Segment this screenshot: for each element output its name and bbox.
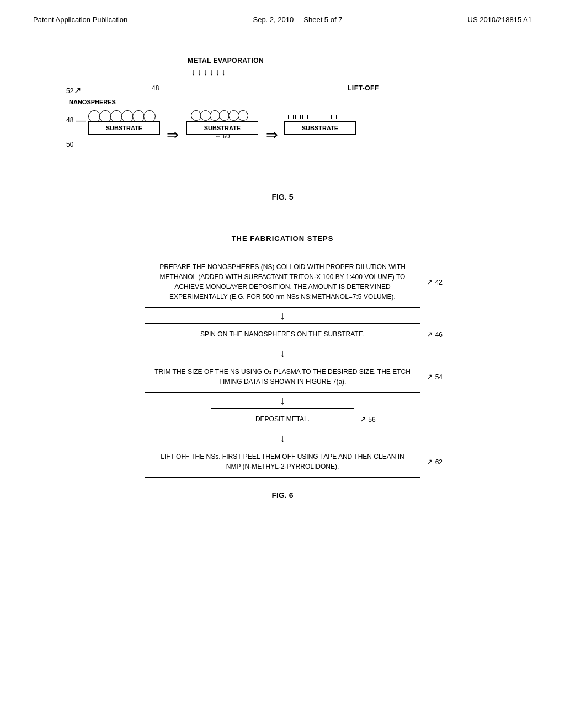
nanospheres-circles-step2 xyxy=(191,110,247,121)
flowchart-box-46: SPIN ON THE NANOSPHERES ON THE SUBSTRATE… xyxy=(145,323,420,345)
flowchart-step-56-wrapper: DEPOSIT METAL. ↗ 56 xyxy=(111,408,454,430)
header-patent-number: US 2010/218815 A1 xyxy=(468,15,532,24)
nanoparticles-row xyxy=(288,115,337,119)
flowchart-label-56: ↗ 56 xyxy=(360,415,376,424)
page-header: Patent Application Publication Sep. 2, 2… xyxy=(0,0,565,24)
flowchart-label-54: ↗ 54 xyxy=(427,372,443,381)
flowchart-label-62: ↗ 62 xyxy=(427,457,443,466)
flowchart-box-42: PREPARE THE NONOSPHERES (NS) COLLOID WIT… xyxy=(145,256,420,308)
label-60: ← 60 xyxy=(215,133,230,140)
substrate-box-step3: SUBSTRATE xyxy=(284,121,356,135)
flowchart-box-54: TRIM THE SIZE OF THE NS USING O₂ PLASMA … xyxy=(145,361,420,393)
main-content: METAL EVAPORATION ↓ ↓ ↓ ↓ ↓ ↓ 48 LIFT-OF… xyxy=(0,24,565,522)
fig6-caption: FIG. 6 xyxy=(33,491,532,500)
nanospheres-label: NANOSPHERES xyxy=(69,99,116,105)
metal-evaporation-label: METAL EVAPORATION xyxy=(188,57,264,65)
flowchart-step-42-wrapper: PREPARE THE NONOSPHERES (NS) COLLOID WIT… xyxy=(111,256,454,308)
lift-off-label: LIFT-OFF xyxy=(348,84,379,92)
nanospheres-circles-step1 xyxy=(88,110,154,122)
flowchart-step-62-wrapper: LIFT OFF THE NSs. FIRST PEEL THEM OFF US… xyxy=(111,446,454,478)
header-date: Sep. 2, 2010 Sheet 5 of 7 xyxy=(253,15,342,24)
label-52: 52 ↗ xyxy=(66,87,73,95)
flow-arrow-2: ↓ xyxy=(280,347,285,358)
flow-arrow-1: ↓ xyxy=(280,310,285,321)
flowchart-label-42: ↗ 42 xyxy=(427,277,443,286)
flowchart: PREPARE THE NONOSPHERES (NS) COLLOID WIT… xyxy=(111,256,454,478)
label-48-top: 48 xyxy=(152,84,159,92)
arrow-2: ⇒ xyxy=(266,127,278,142)
substrate-box-step1: SUBSTRATE xyxy=(88,121,160,135)
header-publication-label: Patent Application Publication xyxy=(33,15,127,24)
label-50: 50 xyxy=(66,141,73,148)
flow-arrow-3: ↓ xyxy=(280,395,285,406)
arrow-1: ⇒ xyxy=(167,127,179,142)
fig5-caption: FIG. 5 xyxy=(33,192,532,201)
fig6-section: THE FABRICATION STEPS PREPARE THE NONOSP… xyxy=(33,234,532,500)
flowchart-label-46: ↗ 46 xyxy=(427,330,443,339)
flowchart-box-62: LIFT OFF THE NSs. FIRST PEEL THEM OFF US… xyxy=(145,446,420,478)
metal-arrows: ↓ ↓ ↓ ↓ ↓ ↓ xyxy=(191,68,226,77)
fig5-section: METAL EVAPORATION ↓ ↓ ↓ ↓ ↓ ↓ 48 LIFT-OF… xyxy=(33,40,532,201)
flow-arrow-4: ↓ xyxy=(280,432,285,443)
label-48-left: 48 — xyxy=(66,116,73,124)
fig6-title: THE FABRICATION STEPS xyxy=(33,234,532,243)
flowchart-step-46-wrapper: SPIN ON THE NANOSPHERES ON THE SUBSTRATE… xyxy=(111,323,454,345)
flowchart-step-54-wrapper: TRIM THE SIZE OF THE NS USING O₂ PLASMA … xyxy=(111,361,454,393)
fig5-drawing: METAL EVAPORATION ↓ ↓ ↓ ↓ ↓ ↓ 48 LIFT-OF… xyxy=(33,57,532,184)
flowchart-box-56: DEPOSIT METAL. xyxy=(211,408,354,430)
